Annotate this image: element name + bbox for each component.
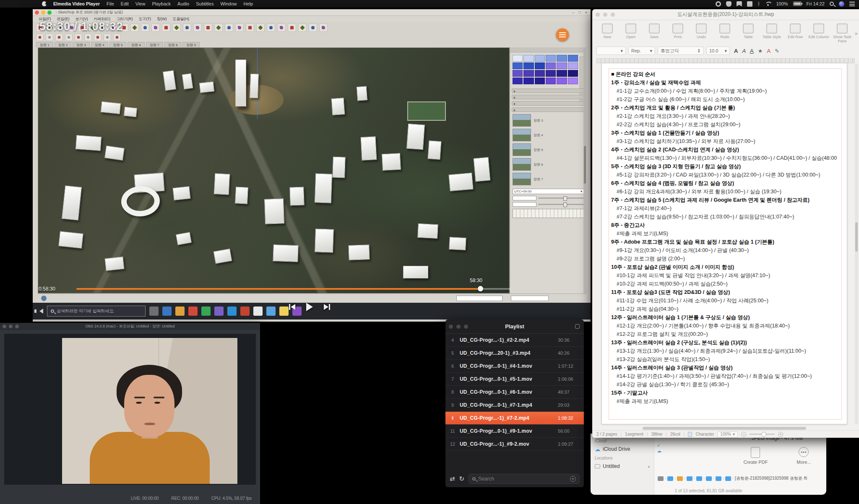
scene-tab[interactable]: 장면 2 <box>55 42 72 47</box>
scene-tab[interactable]: 장면 1 <box>36 42 53 47</box>
taskbar-app-icon[interactable] <box>214 307 224 316</box>
sketchup-tool-icon[interactable] <box>298 23 307 32</box>
sketchup-tool-icon[interactable] <box>225 23 233 32</box>
hwp-toolbar-button[interactable]: Show Task Pane <box>831 23 853 43</box>
sketchup-tool-icon[interactable] <box>319 23 328 32</box>
sketchup-tool-icon[interactable] <box>84 34 92 41</box>
sketchup-tool-icon[interactable] <box>104 34 111 41</box>
measurement-box[interactable] <box>511 296 549 301</box>
folder-icon[interactable] <box>706 476 712 481</box>
color-swatch[interactable] <box>546 62 556 69</box>
sketchup-tool-icon[interactable] <box>288 23 296 32</box>
scene-thumbnail[interactable]: 장면 6 <box>513 158 584 171</box>
timezone-select[interactable]: UTC+09:00▾ <box>513 189 584 194</box>
taskbar-app-icon[interactable] <box>188 307 198 316</box>
siri-icon[interactable] <box>839 1 844 7</box>
scene-thumbnail[interactable]: 장면 3 <box>513 114 584 127</box>
sketchup-tool-icon[interactable] <box>55 34 63 41</box>
maximize-traffic-light[interactable] <box>47 10 52 15</box>
color-swatch[interactable] <box>513 70 523 77</box>
player-title-bar[interactable]: - SketchUp 프로 2020 (평가판 2일 남음) – □ × <box>33 9 591 16</box>
chevron-down-icon[interactable]: ▾ <box>570 476 576 482</box>
taskbar-app-icon[interactable] <box>149 307 159 316</box>
more-button[interactable]: ••• More... <box>797 447 811 465</box>
sketchup-tool-icon[interactable] <box>204 23 212 32</box>
taskbar-app-icon[interactable] <box>240 307 250 316</box>
obs-preview-stage[interactable] <box>4 334 256 485</box>
color-swatch[interactable] <box>557 55 567 62</box>
color-swatch[interactable] <box>523 55 534 62</box>
sketchup-tool-icon[interactable] <box>267 23 275 32</box>
sketchup-tool-icon[interactable] <box>113 34 121 41</box>
color-swatch[interactable] <box>557 70 567 77</box>
playlist-search-field[interactable]: Search ▾ <box>469 474 580 484</box>
shadow-date-slider[interactable] <box>538 204 584 205</box>
playlist-row[interactable]: 7 UD_CG-Progr...0-1)_#5-1.mov 1:06:06 <box>445 373 584 386</box>
tray-header[interactable] <box>510 47 586 52</box>
sketchup-tool-icon[interactable] <box>183 23 191 32</box>
taskbar-app-icon[interactable] <box>175 307 185 316</box>
menubar-item[interactable]: Audio <box>177 1 189 6</box>
color-swatch[interactable] <box>546 78 556 84</box>
hwp-toolbar-button[interactable]: Edit Column <box>808 23 830 43</box>
sketchup-tool-icon[interactable] <box>65 34 73 41</box>
playlist-row[interactable]: 11 UD_CG-Progr...0-1)_#9-1.mov 56:00 <box>445 425 584 438</box>
color-swatch[interactable] <box>513 55 523 62</box>
bookmark-status-icon[interactable] <box>737 1 742 7</box>
spotlight-search-icon[interactable] <box>830 2 834 6</box>
scene-tab[interactable]: 장면 4 <box>91 42 108 47</box>
playlist-row[interactable]: 4 UD_CG-Progr...-1)_#2-2.mp4 30:36 <box>445 334 584 347</box>
color-swatch[interactable] <box>546 55 556 62</box>
color-swatch[interactable] <box>568 55 578 62</box>
hwp-toolbar-button[interactable]: Edit Row <box>784 23 806 43</box>
font-size-select[interactable]: 10.0▾ <box>706 47 730 55</box>
folder-icon[interactable] <box>677 476 683 481</box>
tray-collapsed-section[interactable] <box>512 95 585 99</box>
hwp-toolbar-button[interactable]: Table Style <box>761 23 783 43</box>
hwp-toolbar-button[interactable]: Undo <box>690 23 712 43</box>
scene-thumbnail[interactable]: 장면 5 <box>513 143 584 156</box>
sidebar-item-icloud-drive[interactable]: ☁ iCloud Drive <box>595 445 650 453</box>
sketchup-tool-icon[interactable] <box>130 23 139 32</box>
shadow-calendar-strip[interactable] <box>513 209 584 218</box>
close-traffic-light[interactable] <box>35 10 39 15</box>
playlist-row[interactable]: 9 UD_CG-Progr...0-1)_#7-1.mp4 29:03 <box>445 399 584 412</box>
sketchup-tool-icon[interactable] <box>172 23 181 32</box>
taskbar-search-box[interactable]: 검색하려면 여기에 입력하세요. <box>47 306 146 317</box>
taskbar-app-icon[interactable] <box>227 307 237 316</box>
zoom-select[interactable]: 100%▾ <box>717 431 738 437</box>
font-color-button[interactable]: A <box>767 48 770 54</box>
hwp-toolbar-button[interactable]: Print <box>667 23 689 43</box>
italic-button[interactable]: A <box>742 48 746 54</box>
shadow-time-slider[interactable] <box>538 197 584 199</box>
hwp-vertical-scrollbar[interactable] <box>855 64 858 424</box>
sketchup-tool-icon[interactable] <box>309 23 317 32</box>
scene-tab[interactable]: 장면 8 <box>164 42 182 47</box>
font-family-select[interactable]: 휴먼고딕⇕ <box>658 47 704 55</box>
shadow-time-input[interactable] <box>513 196 536 200</box>
wifi-icon[interactable] <box>765 2 771 6</box>
color-swatch[interactable] <box>568 70 578 77</box>
sketchup-tool-icon[interactable] <box>162 23 170 32</box>
folder-icon[interactable] <box>716 476 721 481</box>
color-swatch[interactable] <box>513 62 523 69</box>
scene-tab[interactable]: 장면 6 <box>128 42 145 47</box>
hwp-horizontal-scrollbar[interactable] <box>643 427 806 430</box>
menubar-clock[interactable]: Fri 14:22 <box>807 1 825 6</box>
obs-status-icon[interactable] <box>716 1 721 7</box>
sidebar-item-untitled[interactable]: Untitled ▴ <box>595 462 650 470</box>
scene-tab[interactable]: 장면 7 <box>146 42 163 47</box>
bluetooth-icon[interactable]: ᛒ <box>757 1 760 6</box>
hwp-toolbar-button[interactable]: Table <box>737 23 759 43</box>
folder-icon[interactable] <box>658 476 664 481</box>
sketchup-tool-icon[interactable] <box>256 23 265 32</box>
sketchup-tool-icon[interactable] <box>36 34 44 41</box>
sketchup-tool-icon[interactable] <box>94 34 102 41</box>
scene-thumbnail[interactable]: 장면 4 <box>513 129 584 141</box>
apple-menu-icon[interactable] <box>42 1 47 6</box>
color-swatch[interactable] <box>568 62 578 69</box>
taskbar-app-icon[interactable] <box>253 307 263 316</box>
sketchup-tool-icon[interactable] <box>235 23 244 32</box>
hwp-title-bar[interactable]: 도시설계표현응용(2020-1)-강의리스트.hwp <box>592 9 859 20</box>
sketchup-tool-icon[interactable] <box>246 23 254 32</box>
